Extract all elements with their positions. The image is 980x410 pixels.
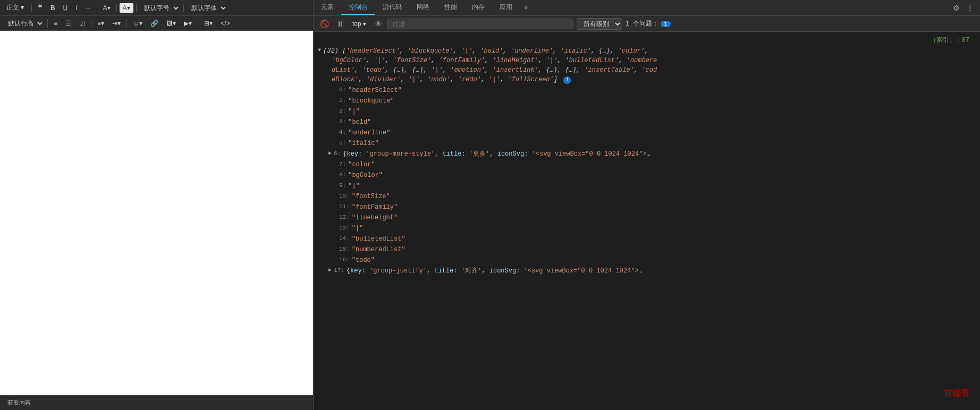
editor-content[interactable] [0,31,313,395]
index-header-line: （索引）：87 [314,35,980,46]
tab-application[interactable]: 应用 [492,1,520,15]
bold-btn[interactable]: B [47,3,58,13]
devtools-tab-bar: 元素 控制台 源代码 网络 性能 内存 应用 » ⚙ ⋮ [314,0,980,16]
list-item-object[interactable]: ▶ 6: {key: 'group-more-style', title: '更… [314,149,980,159]
tab-network[interactable]: 网络 [409,1,437,15]
underline-btn[interactable]: U [60,3,71,13]
tab-console[interactable]: 控制台 [341,1,375,15]
index-label: （索引）：87 [930,36,969,45]
tab-elements[interactable]: 元素 [314,1,341,15]
info-icon[interactable]: i [563,76,571,84]
list-item: 5: "italic" [314,138,980,149]
bulleted-list-btn[interactable]: ≡ [50,19,61,28]
item-17-expand-arrow[interactable]: ▶ [328,266,332,274]
video-btn[interactable]: ▶▾ [181,19,195,28]
summary-line[interactable]: ▼ (32) ['headerSelect', 'blockquote', '|… [314,46,980,85]
table-btn[interactable]: ⊞▾ [201,19,216,28]
top-selector[interactable]: top ▾ [349,19,369,29]
clear-console-btn[interactable]: 🚫 [318,19,331,29]
separator-8 [126,19,127,28]
separator-7 [91,19,91,28]
list-item: 11: "fontFamily" [314,202,980,212]
pause-btn[interactable]: ⏸ [334,19,346,29]
list-item: 13: "|" [314,223,980,234]
collapse-arrow[interactable]: ▼ [318,46,321,54]
separator-3 [116,4,117,12]
issue-badge: 1 个问题： 1 [626,19,671,28]
line-height-select[interactable]: 默认行高 [3,18,45,29]
top-dropdown-arrow: ▾ [363,20,366,28]
list-item: 7: "color" [314,159,980,170]
font-color-btn[interactable]: A▾ [100,3,114,13]
separator-6 [47,19,48,28]
list-item-object-17[interactable]: ▶ 17: {key: 'group-justify', title: '对齐'… [314,266,980,276]
separator-1 [31,4,32,12]
separator-9 [198,19,198,28]
list-item: 10: "fontSize" [314,191,980,202]
font-size-select[interactable]: 默认字号 [139,3,181,13]
separator-2 [97,4,97,12]
summary-text: (32) ['headerSelect', 'blockquote', '|',… [323,46,657,84]
tab-more[interactable]: » [520,2,532,14]
link-btn[interactable]: 🔗 [147,19,162,28]
get-content-btn[interactable]: 获取内容 [4,398,34,408]
level-select[interactable]: 所有级别 [577,18,622,30]
tab-memory[interactable]: 内存 [464,1,492,15]
list-item: 8: "bgColor" [314,170,980,181]
editor-bottom-bar: 获取内容 [0,395,313,410]
tab-performance[interactable]: 性能 [437,1,464,15]
devtools-more-btn[interactable]: ⋮ [964,3,976,13]
list-item: 15: "numberedList" [314,244,980,255]
more-style-btn[interactable]: ··· [82,3,94,13]
format-select-btn[interactable]: 正文▼ [3,2,29,13]
list-item: 0: "headerSelect" [314,85,980,96]
console-output[interactable]: （索引）：87 ▼ (32) ['headerSelect', 'blockqu… [314,32,980,410]
issue-label: 1 个问题： [626,19,658,28]
filter-input[interactable] [387,19,573,29]
devtools-right-icons: ⚙ ⋮ [951,3,980,13]
top-label: top [352,20,361,28]
indent-btn[interactable]: ⇥▾ [109,19,124,28]
issue-count: 1 [661,21,671,27]
image-btn[interactable]: 🖼▾ [163,19,179,28]
separator-5 [183,4,184,12]
list-item: 3: "bold" [314,117,980,127]
quote-btn[interactable]: ❝ [35,2,46,14]
list-item: 9: "|" [314,181,980,191]
align-btn[interactable]: ≡▾ [94,19,107,28]
list-item: 12: "lineHeight" [314,212,980,223]
list-item: 14: "bulletedList" [314,234,980,244]
list-item: 16: "todo" [314,255,980,266]
separator-4 [136,4,137,12]
italic-btn[interactable]: I [72,3,80,13]
list-item: 1: "blockquote" [314,96,980,106]
ordered-list-btn[interactable]: ☰ [62,19,74,28]
devtools-settings-btn[interactable]: ⚙ [951,3,962,13]
list-item: 2: "|" [314,106,980,117]
watermark: 前端哥 [944,388,969,399]
emoji-btn[interactable]: ☺▾ [130,19,146,28]
item-6-expand-arrow[interactable]: ▶ [328,149,332,157]
tab-sources[interactable]: 源代码 [375,1,409,15]
eye-btn[interactable]: 👁 [373,19,384,29]
font-family-select[interactable]: 默认字体 [187,3,228,13]
list-item: 4: "underline" [314,127,980,138]
console-toolbar: 🚫 ⏸ top ▾ 👁 所有级别 1 个问题： 1 [314,16,980,32]
code-btn[interactable]: </> [217,19,233,28]
bg-color-btn[interactable]: A▾ [120,3,133,13]
todo-btn[interactable]: ☑ [76,19,88,28]
